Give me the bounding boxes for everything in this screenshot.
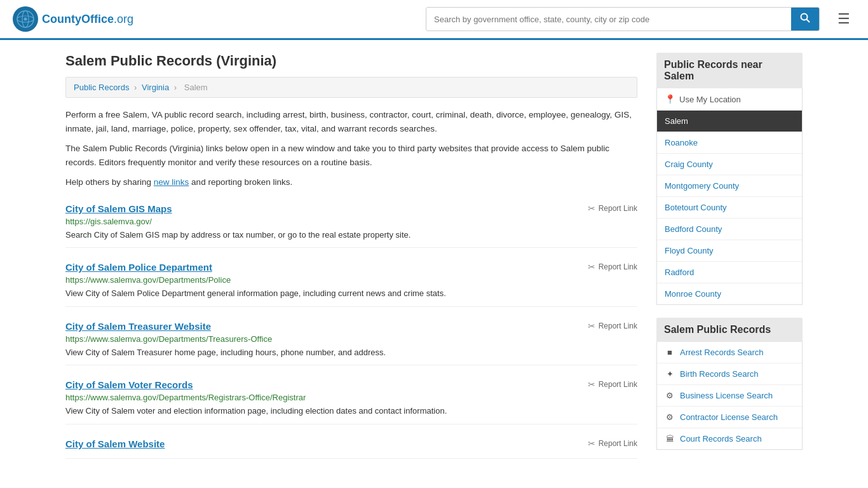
logo-icon xyxy=(13,6,38,32)
nearby-label[interactable]: Botetourt County xyxy=(665,203,727,212)
nearby-location-item[interactable]: Floyd County xyxy=(657,240,802,262)
nearby-label[interactable]: Radford xyxy=(665,268,694,277)
description-1: Perform a free Salem, VA public record s… xyxy=(65,108,637,135)
record-icon: ■ xyxy=(665,348,675,357)
search-input[interactable] xyxy=(426,8,791,30)
report-icon: ✂ xyxy=(588,379,595,390)
nearby-location-item[interactable]: Monroe County xyxy=(657,283,802,304)
page-title: Salem Public Records (Virginia) xyxy=(65,53,637,69)
report-icon: ✂ xyxy=(588,321,595,331)
nearby-title: Public Records near Salem xyxy=(656,53,803,88)
link-title[interactable]: City of Salem Website xyxy=(65,438,165,449)
nearby-label[interactable]: Monroe County xyxy=(665,289,721,299)
nearby-location-item[interactable]: Montgomery County xyxy=(657,175,802,197)
record-icon: ⚙ xyxy=(665,412,675,422)
record-item[interactable]: 🏛 Court Records Search xyxy=(657,428,802,449)
breadcrumb-virginia[interactable]: Virginia xyxy=(142,83,169,92)
link-entries: City of Salem GIS Maps ✂ Report Link htt… xyxy=(65,203,637,459)
nearby-label[interactable]: Montgomery County xyxy=(665,181,739,191)
report-icon: ✂ xyxy=(588,438,595,449)
nearby-label[interactable]: Bedford County xyxy=(665,224,722,234)
nearby-label: Salem xyxy=(665,116,688,126)
description-2: The Salem Public Records (Virginia) link… xyxy=(65,142,637,169)
use-location-label: Use My Location xyxy=(679,95,741,104)
breadcrumb-salem: Salem xyxy=(184,83,208,92)
record-item[interactable]: ⚙ Contractor License Search xyxy=(657,407,802,428)
link-url: https://www.salemva.gov/Departments/Regi… xyxy=(65,393,637,402)
svg-line-5 xyxy=(807,20,810,23)
link-title[interactable]: City of Salem Police Department xyxy=(65,262,212,273)
report-link[interactable]: ✂ Report Link xyxy=(588,379,637,390)
link-title[interactable]: City of Salem Voter Records xyxy=(65,379,193,390)
nearby-location-item[interactable]: Roanoke xyxy=(657,132,802,154)
link-url: https://gis.salemva.gov/ xyxy=(65,217,637,226)
nearby-location-item[interactable]: Botetourt County xyxy=(657,197,802,219)
nearby-list: 📍 Use My Location SalemRoanokeCraig Coun… xyxy=(656,88,803,305)
report-link[interactable]: ✂ Report Link xyxy=(588,262,637,272)
main-container: Salem Public Records (Virginia) Public R… xyxy=(53,40,815,471)
record-item[interactable]: ✦ Birth Records Search xyxy=(657,363,802,385)
record-label[interactable]: Court Records Search xyxy=(680,434,762,444)
nearby-location-item[interactable]: Bedford County xyxy=(657,219,802,240)
link-desc: View City of Salem Treasurer home page, … xyxy=(65,346,637,359)
nearby-location-item[interactable]: Radford xyxy=(657,262,802,283)
logo-text: CountyOffice.org xyxy=(42,13,133,26)
report-icon: ✂ xyxy=(588,203,595,214)
sidebar: Public Records near Salem 📍 Use My Locat… xyxy=(656,53,803,459)
new-links-link[interactable]: new links xyxy=(154,177,189,187)
site-header: CountyOffice.org ☰ xyxy=(0,0,868,40)
link-entry: City of Salem GIS Maps ✂ Report Link htt… xyxy=(65,203,637,248)
link-desc: Search City of Salem GIS map by address … xyxy=(65,229,637,241)
nearby-location-item[interactable]: Craig County xyxy=(657,154,802,175)
records-list: ■ Arrest Records Search ✦ Birth Records … xyxy=(656,342,803,450)
svg-point-4 xyxy=(801,14,808,20)
record-label[interactable]: Business License Search xyxy=(680,391,773,400)
content-area: Salem Public Records (Virginia) Public R… xyxy=(65,53,637,459)
description-3: Help others by sharing new links and rep… xyxy=(65,175,637,189)
search-bar xyxy=(426,7,820,31)
link-entry: City of Salem Police Department ✂ Report… xyxy=(65,262,637,307)
link-entry: City of Salem Voter Records ✂ Report Lin… xyxy=(65,379,637,424)
search-button[interactable] xyxy=(791,8,819,30)
link-desc: View City of Salem voter and election in… xyxy=(65,405,637,417)
record-icon: ⚙ xyxy=(665,391,675,400)
record-item[interactable]: ⚙ Business License Search xyxy=(657,385,802,407)
logo[interactable]: CountyOffice.org xyxy=(13,6,133,32)
menu-button[interactable]: ☰ xyxy=(832,8,855,30)
nearby-label[interactable]: Floyd County xyxy=(665,246,714,255)
link-entry: City of Salem Website ✂ Report Link xyxy=(65,438,637,459)
record-label[interactable]: Arrest Records Search xyxy=(680,348,764,357)
report-link[interactable]: ✂ Report Link xyxy=(588,203,637,214)
location-icon: 📍 xyxy=(665,94,675,104)
record-label[interactable]: Birth Records Search xyxy=(680,369,759,379)
svg-point-3 xyxy=(24,18,27,21)
link-title[interactable]: City of Salem Treasurer Website xyxy=(65,321,211,332)
use-location-item[interactable]: 📍 Use My Location xyxy=(657,88,802,111)
report-link[interactable]: ✂ Report Link xyxy=(588,321,637,331)
nearby-label[interactable]: Craig County xyxy=(665,159,713,169)
breadcrumb-public-records[interactable]: Public Records xyxy=(74,83,129,92)
nearby-location-item[interactable]: Salem xyxy=(657,111,802,132)
link-desc: View City of Salem Police Department gen… xyxy=(65,287,637,300)
record-icon: ✦ xyxy=(665,369,675,379)
breadcrumb: Public Records › Virginia › Salem xyxy=(65,77,637,98)
records-title: Salem Public Records xyxy=(656,318,803,342)
record-label[interactable]: Contractor License Search xyxy=(680,412,778,422)
nearby-label[interactable]: Roanoke xyxy=(665,138,698,147)
record-icon: 🏛 xyxy=(665,434,675,444)
report-icon: ✂ xyxy=(588,262,595,272)
link-entry: City of Salem Treasurer Website ✂ Report… xyxy=(65,321,637,366)
link-url: https://www.salemva.gov/Departments/Trea… xyxy=(65,334,637,344)
link-title[interactable]: City of Salem GIS Maps xyxy=(65,203,172,214)
link-url: https://www.salemva.gov/Departments/Poli… xyxy=(65,275,637,285)
record-item[interactable]: ■ Arrest Records Search xyxy=(657,342,802,363)
report-link[interactable]: ✂ Report Link xyxy=(588,438,637,449)
